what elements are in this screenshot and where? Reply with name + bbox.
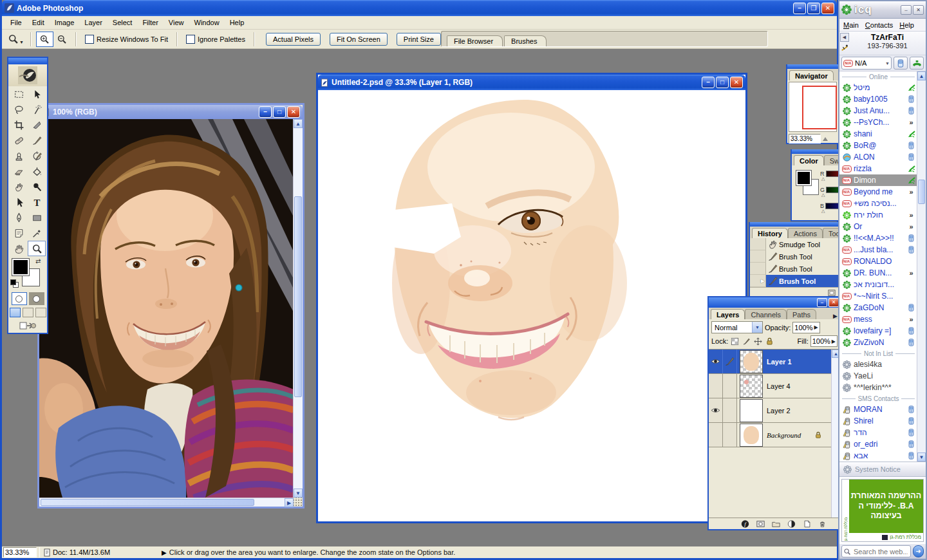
painted-face-canvas[interactable] [318,90,745,521]
menu-filter[interactable]: Filter [138,17,162,28]
history-item[interactable]: Brush Tool [750,263,839,275]
phone-icon[interactable] [906,452,916,460]
palette-titlebar[interactable] [787,64,838,69]
lock-transparency-icon[interactable] [730,337,740,346]
contact-row[interactable]: DR. BUN...» [839,267,917,279]
doc-size-text[interactable]: Doc: 11.4M/13.6M [53,548,110,556]
swap-colors-icon[interactable]: ⇄ [35,257,41,265]
new-group-icon[interactable] [771,519,781,528]
icq-menu-main[interactable]: Main [843,21,859,29]
checkbox-box[interactable] [85,35,94,44]
tool-healing-brush[interactable] [10,133,28,148]
arrow-icon[interactable] [906,84,916,91]
palette-titlebar[interactable] [750,222,839,227]
navigator-zoom-slider[interactable] [823,136,837,142]
contact-row[interactable]: N/ARONALDO [839,256,917,267]
phone-icon[interactable] [906,107,916,115]
photoshop-titlebar[interactable]: Adobe Photoshop – ❐ ✕ [2,0,837,16]
history-source-box[interactable] [750,263,766,275]
doc2-titlebar[interactable]: Untitled-2.psd @ 33.3% (Layer 1, RGB) – … [318,75,745,90]
tab-channels[interactable]: Channels [745,309,786,319]
layer-row-layer-2[interactable]: Layer 2 [709,398,832,423]
tab-navigator[interactable]: Navigator [789,70,834,80]
options-button-print-size[interactable]: Print Size [397,33,441,46]
more-icon[interactable]: » [906,119,916,126]
minimize-button[interactable]: – [259,106,272,118]
blend-mode-select[interactable]: Normal ▼ [711,321,763,333]
tool-crop[interactable] [10,117,28,133]
contact-name[interactable]: Just Anu... [854,106,904,115]
contact-row[interactable]: Or» [839,221,917,232]
contact-row[interactable]: N/A+נסיכה מש... [839,198,917,209]
group-divider[interactable]: SMS Contacts [839,393,917,404]
contact-row[interactable]: alesi4ka [839,359,917,370]
contact-row[interactable]: חולת ירח» [839,209,917,221]
navigator-preview[interactable] [789,82,837,132]
tab-layers[interactable]: Layers [711,309,745,319]
contact-name[interactable]: rizzla [854,164,904,173]
arrow-icon[interactable] [906,177,916,184]
icq-nickname[interactable]: TzArFaTi [849,33,926,42]
tool-type[interactable]: T [28,194,46,210]
search-go-button[interactable]: ➜ [913,545,924,557]
contact-row[interactable]: or_edri [839,438,917,450]
more-icon[interactable]: » [906,189,916,196]
phone-icon[interactable] [906,440,916,448]
icq-menu-help[interactable]: Help [899,21,914,29]
tool-dodge[interactable] [28,179,46,194]
more-icon[interactable]: » [906,223,916,230]
palette-titlebar[interactable] [792,149,838,154]
jump-to-imageready-button[interactable] [17,320,39,331]
document-window-photo[interactable]: 100% (RGB) – □ ✕ [37,103,304,509]
contact-row[interactable]: ZaGDoN [839,302,917,313]
contact-name[interactable]: ZivZivoN [854,338,904,347]
tab-paths[interactable]: Paths [787,309,816,319]
contact-name[interactable]: mess [854,315,904,324]
menu-file[interactable]: File [6,17,26,28]
tool-rectangular-marquee[interactable] [10,86,28,102]
contact-row[interactable]: shani [839,128,917,140]
tool-paint-bucket[interactable] [28,163,46,179]
contact-name[interactable]: YaeLi [854,371,904,380]
document-window-untitled2[interactable]: Untitled-2.psd @ 33.3% (Layer 1, RGB) – … [316,73,747,523]
photo-canvas[interactable] [39,119,293,498]
contact-name[interactable]: ...Just bla... [854,245,904,254]
delete-layer-icon[interactable] [818,519,827,528]
visibility-toggle[interactable] [709,350,723,373]
arrow-icon[interactable] [906,131,916,138]
layer-name[interactable]: Layer 4 [767,382,791,390]
arrow-right-icon[interactable]: ▶ [832,339,836,344]
scroll-up-icon[interactable]: ▲ [917,71,926,80]
contact-row[interactable]: אבא [839,450,917,462]
contact-name[interactable]: Beyond me [854,187,904,196]
ad-banner[interactable]: מכללת רמת-גן ההרשמה המאוחרת ללימודי ה- .… [841,479,924,542]
history-source-box[interactable] [750,250,766,263]
options-button-actual-pixels[interactable]: Actual Pixels [266,33,321,46]
status-arrow-icon[interactable]: ▶ [162,549,167,556]
minimize-button[interactable]: – [793,3,806,14]
phone-icon[interactable] [906,304,916,312]
photoshop-logo-icon[interactable] [8,64,47,86]
icq-menu-contacts[interactable]: Contacts [865,21,893,29]
layer-row-layer-4[interactable]: Layer 4 [709,374,832,398]
contact-row[interactable]: N/Arizzla [839,163,917,174]
well-tab-file-browser[interactable]: File Browser [447,35,503,46]
contact-name[interactable]: alesi4ka [854,360,904,369]
contact-row[interactable]: N/ABeyond me» [839,186,917,198]
contact-row[interactable]: BoR@ [839,140,917,151]
phone-icon[interactable] [906,417,916,425]
contact-name[interactable]: shani [854,129,904,138]
tool-move[interactable] [28,86,46,102]
menu-layer[interactable]: Layer [80,17,107,28]
contact-name[interactable]: Dimon [854,176,904,185]
checkbox-box[interactable] [186,35,195,44]
tool-smudge[interactable] [10,179,28,194]
phone-icon[interactable] [906,339,916,346]
history-source-box[interactable]: ▶ [750,275,766,287]
zoom-tool-icon[interactable]: ▼ [6,33,26,45]
arrow-right-icon[interactable]: ▶ [814,324,818,330]
contact-row[interactable]: Shirel [839,415,917,427]
palette-titlebar[interactable]: – ✕ [709,297,840,308]
minimize-button[interactable]: – [702,77,715,88]
quick-mask-button[interactable] [29,292,44,305]
